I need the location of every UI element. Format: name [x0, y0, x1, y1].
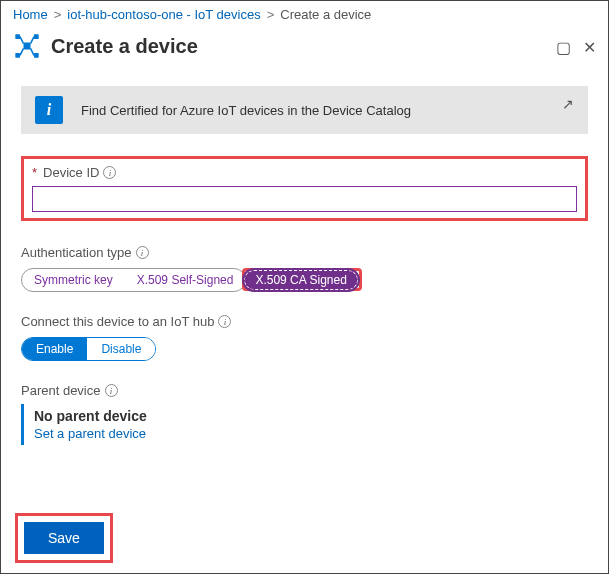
- chevron-right-icon: >: [267, 7, 275, 22]
- device-id-label: * Device ID i: [32, 165, 577, 180]
- auth-ca-highlight: X.509 CA Signed: [242, 268, 361, 291]
- save-highlight: Save: [15, 513, 113, 563]
- save-button[interactable]: Save: [24, 522, 104, 554]
- auth-type-pill-group: Symmetric key X.509 Self-Signed: [21, 268, 246, 292]
- device-id-highlight: * Device ID i: [21, 156, 588, 221]
- breadcrumb-hub[interactable]: iot-hub-contoso-one - IoT devices: [67, 7, 260, 22]
- auth-option-ca-signed[interactable]: X.509 CA Signed: [244, 270, 357, 290]
- page-header: Create a device ▢ ✕: [1, 28, 608, 76]
- svg-rect-4: [34, 53, 39, 58]
- chevron-right-icon: >: [54, 7, 62, 22]
- device-icon: [13, 32, 41, 60]
- device-id-input[interactable]: [32, 186, 577, 212]
- svg-rect-3: [15, 53, 20, 58]
- info-banner[interactable]: i Find Certified for Azure IoT devices i…: [21, 86, 588, 134]
- breadcrumb: Home > iot-hub-contoso-one - IoT devices…: [1, 1, 608, 28]
- help-icon[interactable]: i: [105, 384, 118, 397]
- parent-device-box: No parent device Set a parent device: [21, 404, 588, 445]
- auth-type-label: Authentication type i: [21, 245, 588, 260]
- connect-hub-label: Connect this device to an IoT hub i: [21, 314, 588, 329]
- parent-device-label: Parent device i: [21, 383, 588, 398]
- help-icon[interactable]: i: [136, 246, 149, 259]
- info-icon: i: [35, 96, 63, 124]
- external-link-icon[interactable]: ↗: [562, 96, 574, 112]
- connect-hub-section: Connect this device to an IoT hub i Enab…: [21, 314, 588, 361]
- help-icon[interactable]: i: [103, 166, 116, 179]
- svg-rect-2: [34, 34, 39, 39]
- close-icon[interactable]: ✕: [583, 38, 596, 57]
- maximize-icon[interactable]: ▢: [556, 38, 571, 57]
- connect-toggle: Enable Disable: [21, 337, 156, 361]
- breadcrumb-current: Create a device: [280, 7, 371, 22]
- parent-device-section: Parent device i No parent device Set a p…: [21, 383, 588, 445]
- auth-type-section: Authentication type i Symmetric key X.50…: [21, 245, 588, 292]
- auth-option-self-signed[interactable]: X.509 Self-Signed: [125, 270, 246, 290]
- svg-rect-1: [15, 34, 20, 39]
- page-title: Create a device: [51, 35, 198, 58]
- svg-rect-0: [24, 43, 31, 50]
- set-parent-link[interactable]: Set a parent device: [34, 426, 146, 441]
- breadcrumb-home[interactable]: Home: [13, 7, 48, 22]
- help-icon[interactable]: i: [218, 315, 231, 328]
- info-banner-text: Find Certified for Azure IoT devices in …: [81, 103, 411, 118]
- required-asterisk: *: [32, 165, 37, 180]
- connect-disable[interactable]: Disable: [87, 338, 155, 360]
- parent-device-none: No parent device: [34, 408, 588, 424]
- connect-enable[interactable]: Enable: [22, 338, 87, 360]
- auth-option-symmetric[interactable]: Symmetric key: [22, 270, 125, 290]
